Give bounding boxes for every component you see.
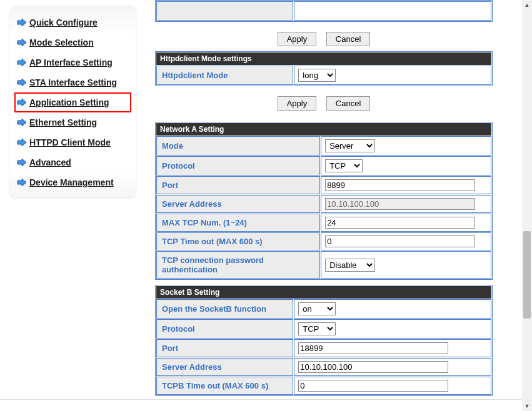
sidebar-item-ap-interface[interactable]: AP Interface Setting <box>14 52 131 72</box>
arrow-right-icon <box>17 178 27 187</box>
sidebar-item-label: Device Management <box>29 177 114 187</box>
sidebar-item-label: Advanced <box>29 157 71 167</box>
arrow-right-icon <box>17 38 27 47</box>
arrow-right-icon <box>17 18 27 27</box>
scroll-thumb[interactable] <box>523 231 531 319</box>
arrow-right-icon <box>17 98 27 107</box>
httpdclient-header: Httpdclient Mode settings <box>156 52 491 65</box>
sidebar-item-label: STA Interface Setting <box>29 77 117 87</box>
socket-b-header: Socket B Setting <box>156 286 491 299</box>
sidebar-item-label: Quick Configure <box>29 17 98 27</box>
open-socketb-select[interactable]: on <box>298 302 336 315</box>
cancel-button[interactable]: Cancel <box>326 32 370 46</box>
sidebar-item-label: Application Setting <box>29 97 109 107</box>
partial-row-label <box>156 1 293 21</box>
content-area: Apply Cancel Httpdclient Mode settings H… <box>136 0 522 399</box>
server-address-input[interactable] <box>298 361 448 373</box>
vertical-scrollbar[interactable]: ▲ ▼ <box>522 0 532 411</box>
open-socketb-label: Open the SocketB function <box>156 299 293 319</box>
sidebar-item-label: Ethernet Setting <box>29 117 97 127</box>
button-row-1: Apply Cancel <box>155 27 493 51</box>
sidebar-item-ethernet-setting[interactable]: Ethernet Setting <box>14 112 131 132</box>
button-row-2: Apply Cancel <box>155 91 493 116</box>
arrow-right-icon <box>17 138 27 147</box>
network-a-section: Network A Setting Mode Server Protocol T… <box>155 122 493 280</box>
scroll-down-icon[interactable]: ▼ <box>522 401 532 411</box>
arrow-right-icon <box>17 118 27 127</box>
server-address-label: Server Address <box>156 358 293 376</box>
sidebar-item-label: HTTPD Client Mode <box>29 137 111 147</box>
sidebar-item-device-management[interactable]: Device Management <box>14 172 131 192</box>
partial-top-section <box>155 0 493 22</box>
tcpb-timeout-label: TCPB Time out (MAX 600 s) <box>156 377 293 395</box>
tcp-auth-label: TCP connection password authentication <box>156 251 320 279</box>
partial-row-value <box>294 1 491 21</box>
tcp-timeout-input[interactable] <box>325 235 475 247</box>
port-input[interactable] <box>298 342 448 354</box>
protocol-select[interactable]: TCP <box>325 159 363 172</box>
apply-button[interactable]: Apply <box>278 32 317 46</box>
protocol-label: Protocol <box>156 156 320 176</box>
tcpb-timeout-input[interactable] <box>298 380 448 392</box>
max-tcp-input[interactable] <box>325 217 475 229</box>
httpdclient-mode-label: Httpdclient Mode <box>156 66 293 85</box>
protocol-select[interactable]: TCP <box>298 322 336 335</box>
sidebar-item-sta-interface[interactable]: STA Interface Setting <box>14 72 131 92</box>
arrow-right-icon <box>17 78 27 87</box>
port-label: Port <box>156 176 320 194</box>
mode-select[interactable]: Server <box>325 139 375 152</box>
arrow-right-icon <box>17 158 27 167</box>
sidebar-item-advanced[interactable]: Advanced <box>14 152 131 172</box>
apply-button[interactable]: Apply <box>278 96 317 111</box>
tcp-auth-select[interactable]: Disable <box>325 259 375 272</box>
mode-label: Mode <box>156 136 320 156</box>
port-label: Port <box>156 339 293 357</box>
sidebar-item-label: AP Interface Setting <box>29 57 113 67</box>
sidebar-item-quick-configure[interactable]: Quick Configure <box>14 12 131 32</box>
sidebar-item-httpd-client-mode[interactable]: HTTPD Client Mode <box>14 132 131 152</box>
sidebar-item-mode-selection[interactable]: Mode Selection <box>14 32 131 52</box>
sidebar: Quick Configure Mode Selection AP Interf… <box>0 0 136 399</box>
sidebar-item-label: Mode Selection <box>29 37 94 47</box>
protocol-label: Protocol <box>156 319 293 339</box>
max-tcp-label: MAX TCP Num. (1~24) <box>156 214 320 232</box>
httpdclient-mode-select[interactable]: long <box>298 69 336 82</box>
httpdclient-section: Httpdclient Mode settings Httpdclient Mo… <box>155 51 493 86</box>
sidebar-menu: Quick Configure Mode Selection AP Interf… <box>9 6 136 199</box>
sidebar-item-application-setting[interactable]: Application Setting <box>14 92 131 112</box>
network-a-header: Network A Setting <box>156 123 491 136</box>
server-address-input <box>325 198 475 210</box>
socket-b-section: Socket B Setting Open the SocketB functi… <box>155 285 493 396</box>
arrow-right-icon <box>17 58 27 67</box>
scroll-up-icon[interactable]: ▲ <box>522 0 532 10</box>
server-address-label: Server Address <box>156 195 320 213</box>
tcp-timeout-label: TCP Time out (MAX 600 s) <box>156 232 320 250</box>
cancel-button[interactable]: Cancel <box>326 96 370 111</box>
port-input[interactable] <box>325 179 475 191</box>
